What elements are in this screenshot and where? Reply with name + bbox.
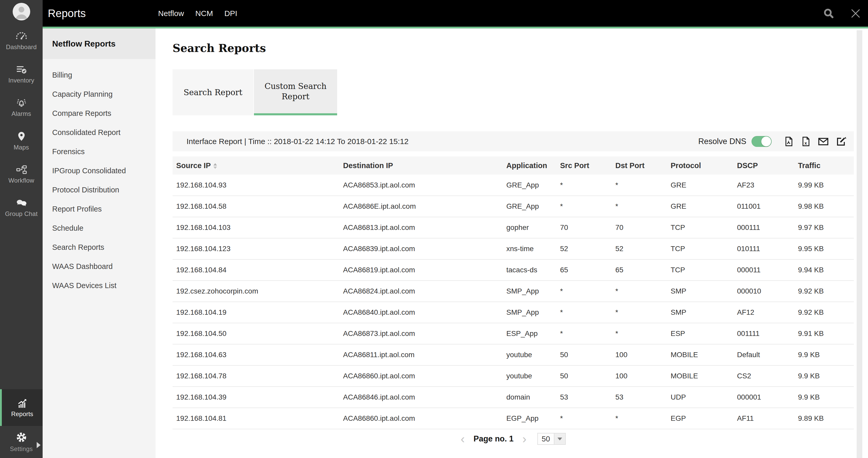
cell-dst-port: * <box>612 281 667 302</box>
cell-application: GRE_App <box>503 196 556 217</box>
cell-source-ip: 192.168.104.58 <box>173 196 339 217</box>
panel-menu: Billing Capacity Planning Compare Report… <box>43 59 156 295</box>
table-row[interactable]: 192.168.104.58ACA8686E.ipt.aol.comGRE_Ap… <box>173 196 854 217</box>
pdf-export-icon[interactable] <box>783 136 794 147</box>
tab-search-report[interactable]: Search Report <box>173 69 253 115</box>
cell-source-ip: 192.168.104.93 <box>173 175 339 196</box>
sidebar-item-inventory[interactable]: Inventory <box>0 57 43 91</box>
cell-dst-port: 53 <box>612 387 667 408</box>
search-icon[interactable] <box>823 7 835 20</box>
prev-page-icon[interactable]: ‹ <box>461 433 465 445</box>
user-avatar[interactable] <box>13 3 30 21</box>
sidebar-item-maps[interactable]: Maps <box>0 124 43 158</box>
menu-item-forensics[interactable]: Forensics <box>43 142 156 161</box>
table-row[interactable]: 192.csez.zohocorpin.comACA86824.ipt.aol.… <box>173 281 854 302</box>
sidebar-item-label: Dashboard <box>6 44 37 51</box>
menu-item-search-reports[interactable]: Search Reports <box>43 238 156 257</box>
cell-traffic: 9.9 KB <box>795 344 854 365</box>
menu-item-compare-reports[interactable]: Compare Reports <box>43 104 156 123</box>
cell-dst-port: * <box>612 302 667 323</box>
cell-dst-port: 52 <box>612 238 667 259</box>
next-page-icon[interactable]: › <box>522 433 526 445</box>
table-header-row: Source IP Destination IP Application Src… <box>173 156 854 175</box>
scrollbar-track[interactable] <box>857 30 862 458</box>
sidebar-item-settings[interactable]: Settings <box>0 426 43 458</box>
table-row[interactable]: 192.168.104.93ACA86853.ipt.aol.comGRE_Ap… <box>173 175 854 196</box>
cell-protocol: ESP <box>667 323 734 344</box>
workflow-icon <box>15 165 28 175</box>
cell-source-ip: 192.168.104.78 <box>173 365 339 387</box>
cell-destination-ip: ACA8686E.ipt.aol.com <box>339 196 503 217</box>
sidebar-item-group-chat[interactable]: Group Chat <box>0 191 43 224</box>
close-icon[interactable] <box>850 7 862 20</box>
cell-protocol: TCP <box>667 259 734 281</box>
sidebar-item-workflow[interactable]: Workflow <box>0 158 43 191</box>
sidebar-item-label: Settings <box>10 445 33 453</box>
table-row[interactable]: 192.168.104.63ACA86811.ipt.aol.comyoutub… <box>173 344 854 365</box>
cell-dst-port: * <box>612 196 667 217</box>
sidebar-item-label: Reports <box>11 410 33 418</box>
cell-traffic: 9.91 KB <box>795 323 854 344</box>
sort-icon[interactable] <box>213 163 217 169</box>
tab-netflow[interactable]: Netflow <box>158 9 184 18</box>
page-size-select[interactable]: 50 <box>537 433 566 445</box>
app-column: Reports Netflow NCM DPI Netflow Reports … <box>43 0 868 458</box>
column-header-dst-port[interactable]: Dst Port <box>612 156 667 175</box>
column-header-destination-ip[interactable]: Destination IP <box>339 156 503 175</box>
report-toolbar: Interface Report | Time :: 2018-01-22 14… <box>173 132 854 151</box>
menu-item-consolidated-report[interactable]: Consolidated Report <box>43 123 156 142</box>
table-row[interactable]: 192.168.104.103ACA86813.ipt.aol.comgophe… <box>173 217 854 238</box>
tab-ncm[interactable]: NCM <box>195 9 213 18</box>
table-row[interactable]: 192.168.104.84ACA86819.ipt.aol.comtacacs… <box>173 259 854 281</box>
menu-item-report-profiles[interactable]: Report Profiles <box>43 199 156 219</box>
cell-protocol: SMP <box>667 302 734 323</box>
sidebar-item-alarms[interactable]: Alarms <box>0 91 43 124</box>
resolve-dns-toggle[interactable] <box>751 136 772 147</box>
cell-destination-ip: ACA86860.ipt.aol.com <box>339 408 503 429</box>
table-row[interactable]: 192.168.104.19ACA86840.ipt.aol.comSMP_Ap… <box>173 302 854 323</box>
table-body: 192.168.104.93ACA86853.ipt.aol.comGRE_Ap… <box>173 175 854 429</box>
cell-destination-ip: ACA86839.ipt.aol.com <box>339 238 503 259</box>
table-row[interactable]: 192.168.104.78ACA86860.ipt.aol.comyoutub… <box>173 365 854 387</box>
cell-traffic: 9.94 KB <box>795 259 854 281</box>
export-icon-group: x <box>783 136 846 147</box>
menu-item-schedule[interactable]: Schedule <box>43 219 156 238</box>
email-report-icon[interactable] <box>817 136 829 147</box>
table-row[interactable]: 192.168.104.123ACA86839.ipt.aol.comxns-t… <box>173 238 854 259</box>
cell-dst-port: 100 <box>612 344 667 365</box>
cell-source-ip: 192.168.104.39 <box>173 387 339 408</box>
excel-export-icon[interactable]: x <box>801 136 811 147</box>
menu-item-ipgroup-consolidated[interactable]: IPGroup Consolidated <box>43 161 156 180</box>
cell-src-port: 65 <box>556 259 612 281</box>
table-row[interactable]: 192.168.104.50ACA86873.ipt.aol.comESP_Ap… <box>173 323 854 344</box>
cell-application: GRE_App <box>503 175 556 196</box>
column-header-protocol[interactable]: Protocol <box>667 156 734 175</box>
column-header-application[interactable]: Application <box>503 156 556 175</box>
reports-chart-icon <box>16 398 29 408</box>
edit-report-icon[interactable] <box>836 136 846 147</box>
cell-src-port: * <box>556 302 612 323</box>
menu-item-billing[interactable]: Billing <box>43 65 156 85</box>
column-header-source-ip[interactable]: Source IP <box>173 156 339 175</box>
cell-src-port: * <box>556 196 612 217</box>
menu-item-capacity-planning[interactable]: Capacity Planning <box>43 85 156 104</box>
cell-dscp: AF23 <box>734 175 795 196</box>
table-row[interactable]: 192.168.104.39ACA86846.ipt.aol.comdomain… <box>173 387 854 408</box>
table-row[interactable]: 192.168.104.81ACA86860.ipt.aol.comEGP_Ap… <box>173 408 854 429</box>
cell-traffic: 9.99 KB <box>795 175 854 196</box>
column-header-traffic[interactable]: Traffic <box>795 156 854 175</box>
sidebar-item-reports[interactable]: Reports <box>0 389 43 426</box>
column-header-src-port[interactable]: Src Port <box>556 156 612 175</box>
menu-item-waas-devices-list[interactable]: WAAS Devices List <box>43 276 156 295</box>
menu-item-waas-dashboard[interactable]: WAAS Dashboard <box>43 257 156 276</box>
cell-destination-ip: ACA86846.ipt.aol.com <box>339 387 503 408</box>
cell-dscp: 011001 <box>734 196 795 217</box>
menu-item-protocol-distribution[interactable]: Protocol Distribution <box>43 180 156 199</box>
inventory-list-icon <box>15 64 28 75</box>
cell-application: EGP_App <box>503 408 556 429</box>
column-header-dscp[interactable]: DSCP <box>734 156 795 175</box>
sidebar-item-dashboard[interactable]: Dashboard <box>0 24 43 57</box>
tab-custom-search-report[interactable]: Custom Search Report <box>254 69 337 115</box>
tab-dpi[interactable]: DPI <box>224 9 237 18</box>
cell-destination-ip: ACA86824.ipt.aol.com <box>339 281 503 302</box>
